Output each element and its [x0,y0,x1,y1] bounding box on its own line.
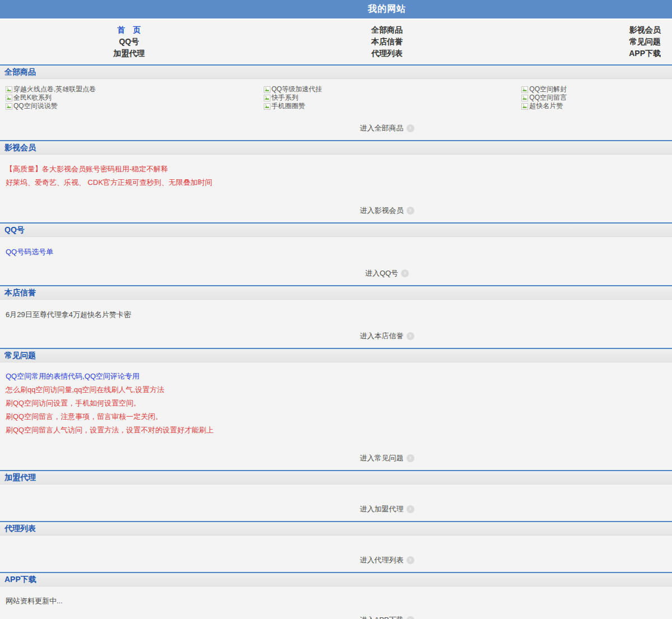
product-item[interactable]: QQ空间留言 [516,94,672,102]
broken-image-icon [6,95,12,101]
enter-shop-reputation-link[interactable]: 进入本店信誉 [360,331,414,341]
broken-image-icon [264,103,270,110]
section-title: 本店信誉 [4,288,36,298]
section-video-vip: 影视会员 【高质量】各大影视会员账号密码租用-稳定不解释 好莱坞、爱奇艺、乐视、… [0,140,672,222]
section-header: 代理列表 [0,522,672,536]
enter-app-download-link[interactable]: 进入APP下载 [360,615,414,619]
section-agent-join: 加盟代理 进入加盟代理 [0,470,672,521]
section-all-products: 全部商品 穿越火线点卷,英雄联盟点卷 QQ等级加速代挂 QQ空间解封 全民K歌系… [0,64,672,140]
circle-arrow-icon [407,454,414,462]
circle-arrow-icon [407,556,414,564]
enter-video-vip-link[interactable]: 进入影视会员 [360,206,414,216]
nav-app-download[interactable]: APP下载 [516,48,672,59]
nav-agent-join[interactable]: 加盟代理 [0,48,258,59]
broken-image-icon [264,95,270,101]
product-item[interactable]: QQ等级加速代挂 [258,85,516,94]
section-qq-number: QQ号 QQ号码选号单 进入QQ号 [0,222,672,285]
app-status-text: 网站资料更新中... [0,594,672,608]
reputation-text: 6月29日至尊代理拿4万超快名片赞卡密 [0,308,672,322]
product-item[interactable]: 穿越火线点卷,英雄联盟点卷 [0,85,258,94]
product-item[interactable]: 全民K歌系列 [0,94,258,102]
section-title: 全部商品 [4,67,36,77]
nav-qq-number[interactable]: QQ号 [0,36,258,48]
nav-shop-reputation[interactable]: 本店信誉 [258,36,516,48]
section-title: 代理列表 [4,524,36,534]
main-nav: 首 页 全部商品 影视会员 QQ号 本店信誉 常见问题 加盟代理 代理列表 AP… [0,18,672,64]
circle-arrow-icon [407,207,414,215]
section-app-download: APP下载 网站资料更新中... 进入APP下载 [0,572,672,619]
qq-number-list-link[interactable]: QQ号码选号单 [0,245,672,259]
video-vip-item[interactable]: 好莱坞、爱奇艺、乐视、 CDK官方正规可查秒到、无限叠加时间 [0,176,672,189]
circle-arrow-icon [407,332,414,340]
faq-link[interactable]: 怎么刷qq空间访问量,qq空间在线刷人气,设置方法 [0,383,672,397]
enter-faq-link[interactable]: 进入常见问题 [360,453,414,463]
section-header: 影视会员 [0,141,672,155]
broken-image-icon [6,103,12,110]
section-title: APP下载 [4,575,36,585]
site-header: 我的网站 [0,0,672,18]
site-title: 我的网站 [368,3,406,15]
faq-link[interactable]: 刷QQ空间留言，注意事项，留言审核一定关闭。 [0,410,672,423]
section-title: 影视会员 [4,143,36,153]
nav-home[interactable]: 首 页 [0,24,258,36]
circle-arrow-icon [401,269,409,277]
section-header: APP下载 [0,573,672,587]
circle-arrow-icon [407,505,414,513]
section-title: 常见问题 [4,351,36,361]
page: 我的网站 首 页 全部商品 影视会员 QQ号 本店信誉 常见问题 加盟代理 代理… [0,0,672,619]
section-title: 加盟代理 [4,473,36,483]
section-header: 常见问题 [0,349,672,362]
product-item[interactable]: 手机圈圈赞 [258,102,516,110]
product-item-grid: 穿越火线点卷,英雄联盟点卷 QQ等级加速代挂 QQ空间解封 全民K歌系列 快手系… [0,79,672,110]
broken-image-icon [521,95,528,101]
enter-agent-join-link[interactable]: 进入加盟代理 [360,504,414,514]
product-item[interactable]: 超快名片赞 [516,102,672,110]
browser-viewport: 我的网站 首 页 全部商品 影视会员 QQ号 本店信誉 常见问题 加盟代理 代理… [0,0,672,619]
circle-arrow-icon [407,124,414,132]
nav-agent-list[interactable]: 代理列表 [258,48,516,59]
product-item[interactable]: QQ空间说说赞 [0,102,258,110]
video-vip-item[interactable]: 【高质量】各大影视会员账号密码租用-稳定不解释 [0,162,672,176]
enter-qq-number-link[interactable]: 进入QQ号 [365,268,409,278]
broken-image-icon [6,86,12,93]
section-faq: 常见问题 QQ空间常用的表情代码,QQ空间评论专用 怎么刷qq空间访问量,qq空… [0,348,672,470]
broken-image-icon [264,86,270,93]
enter-all-products-link[interactable]: 进入全部商品 [360,123,414,133]
section-title: QQ号 [4,225,25,235]
section-header: 本店信誉 [0,286,672,300]
section-header: 加盟代理 [0,471,672,485]
enter-agent-list-link[interactable]: 进入代理列表 [360,555,414,565]
faq-link[interactable]: 刷QQ空间留言人气访问，设置方法，设置不对的设置好才能刷上 [0,423,672,437]
product-item[interactable]: QQ空间解封 [516,85,672,94]
circle-arrow-icon [407,616,414,619]
section-header: QQ号 [0,224,672,237]
nav-faq[interactable]: 常见问题 [516,36,672,48]
broken-image-icon [521,86,528,93]
broken-image-icon [521,103,528,110]
faq-link[interactable]: 刷QQ空间访问设置，手机如何设置空间。 [0,397,672,410]
product-item[interactable]: 快手系列 [258,94,516,102]
nav-video-vip[interactable]: 影视会员 [516,24,672,36]
section-shop-reputation: 本店信誉 6月29日至尊代理拿4万超快名片赞卡密 进入本店信誉 [0,285,672,348]
faq-link[interactable]: QQ空间常用的表情代码,QQ空间评论专用 [0,370,672,383]
section-agent-list: 代理列表 进入代理列表 [0,521,672,572]
nav-all-products[interactable]: 全部商品 [258,24,516,36]
section-header: 全部商品 [0,66,672,79]
